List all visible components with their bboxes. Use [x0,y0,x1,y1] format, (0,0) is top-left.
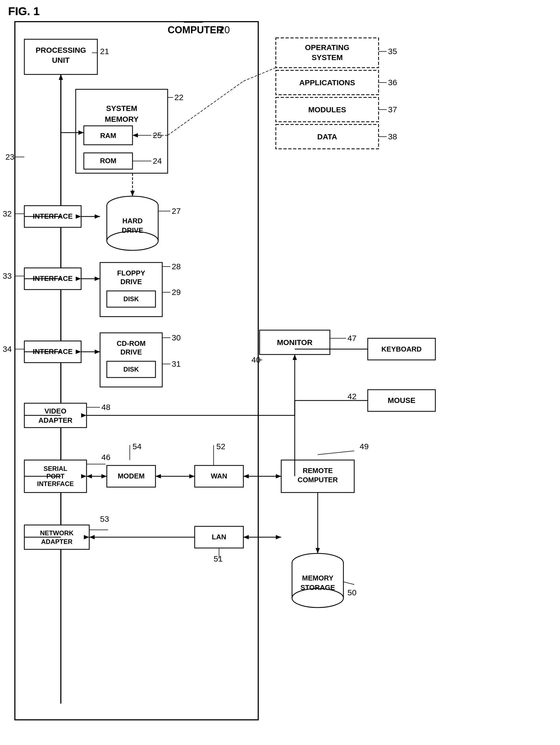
svg-text:APPLICATIONS: APPLICATIONS [299,78,355,87]
svg-rect-155 [24,525,89,549]
svg-rect-27 [276,38,379,68]
svg-text:VIDEO: VIDEO [45,407,67,415]
svg-text:29: 29 [172,288,181,297]
svg-text:SERIAL: SERIAL [43,465,67,472]
svg-marker-47 [133,133,138,137]
svg-text:UNIT: UNIT [52,56,69,64]
svg-marker-141 [189,474,195,479]
svg-rect-48 [24,206,81,227]
svg-text:46: 46 [101,453,110,462]
svg-rect-164 [195,526,243,548]
svg-rect-75 [100,262,162,317]
svg-marker-134 [101,474,107,479]
svg-text:42: 42 [347,392,356,401]
svg-point-176 [292,589,343,608]
svg-rect-36 [276,97,379,122]
svg-text:27: 27 [172,206,181,216]
svg-rect-80 [107,291,155,307]
svg-text:MOUSE: MOUSE [388,396,416,404]
svg-rect-67 [24,268,81,290]
svg-text:INTERFACE: INTERFACE [33,274,72,283]
svg-marker-55 [95,214,100,219]
svg-rect-57 [107,206,158,241]
svg-text:PORT: PORT [46,473,65,480]
svg-rect-136 [107,465,155,487]
svg-text:WAN: WAN [211,472,228,480]
svg-rect-116 [24,403,86,428]
svg-marker-142 [155,474,161,479]
svg-marker-135 [86,474,92,479]
svg-marker-89 [76,350,81,354]
svg-rect-125 [24,460,86,492]
svg-text:DRIVE: DRIVE [122,226,143,234]
svg-text:CD-ROM: CD-ROM [117,339,146,348]
svg-rect-92 [100,333,162,387]
svg-text:21: 21 [100,47,109,56]
svg-text:DRIVE: DRIVE [120,348,142,356]
svg-marker-8 [59,74,63,80]
svg-text:34: 34 [3,345,12,353]
svg-marker-148 [276,474,281,479]
svg-text:38: 38 [388,132,397,141]
svg-text:51: 51 [214,554,222,563]
svg-text:32: 32 [3,209,12,218]
svg-rect-0 [15,22,258,720]
computer-label: COMPUTER [168,24,223,36]
svg-text:31: 31 [172,359,181,368]
svg-text:24: 24 [153,156,162,165]
svg-marker-149 [243,474,249,479]
svg-text:SYSTEM: SYSTEM [312,53,343,62]
svg-text:54: 54 [133,442,141,451]
svg-text:REMOTE: REMOTE [303,466,332,475]
svg-rect-17 [84,126,133,145]
svg-text:48: 48 [101,403,110,412]
svg-text:MODEM: MODEM [118,472,145,480]
svg-text:RAM: RAM [100,131,116,140]
svg-text:47: 47 [347,334,356,343]
svg-text:25: 25 [153,131,162,140]
svg-marker-169 [276,535,281,539]
svg-text:33: 33 [3,271,12,280]
svg-marker-26 [78,130,84,135]
svg-text:FLOPPY: FLOPPY [117,269,145,277]
svg-marker-170 [243,535,249,539]
svg-text:INTERFACE: INTERFACE [33,212,72,220]
svg-text:23: 23 [5,152,14,161]
svg-rect-109 [368,338,435,360]
svg-text:MEMORY: MEMORY [105,115,139,123]
svg-rect-112 [368,390,435,411]
svg-text:COMPUTER: COMPUTER [298,476,338,484]
svg-text:22: 22 [174,93,183,102]
svg-text:50: 50 [347,588,356,597]
svg-rect-97 [107,361,155,378]
svg-text:40: 40 [251,355,260,364]
svg-marker-74 [95,277,100,281]
svg-text:MEMORY: MEMORY [302,574,334,582]
svg-text:INTERFACE: INTERFACE [37,480,74,487]
svg-text:NETWORK: NETWORK [40,529,74,537]
svg-text:PROCESSING: PROCESSING [36,46,86,55]
computer-ref: 20 [219,24,230,36]
svg-text:MODULES: MODULES [308,105,346,114]
svg-line-154 [318,451,354,455]
svg-text:35: 35 [388,47,397,56]
fig-title: FIG. 1 [8,5,40,18]
svg-text:HARD: HARD [122,217,142,225]
svg-text:STORAGE: STORAGE [301,583,335,591]
svg-text:53: 53 [100,514,109,523]
svg-rect-101 [259,330,330,355]
svg-text:SYSTEM: SYSTEM [106,104,137,112]
svg-text:52: 52 [216,442,225,451]
svg-rect-12 [76,89,168,173]
svg-marker-72 [76,277,81,281]
svg-text:INTERFACE: INTERFACE [33,348,72,356]
svg-line-45 [168,81,243,135]
svg-marker-53 [76,214,81,219]
svg-text:49: 49 [360,442,369,451]
svg-rect-32 [276,70,379,95]
diagram-svg: PROCESSING UNIT 21 23 SYSTEM MEMORY 22 R… [0,0,560,745]
svg-text:ADAPTER: ADAPTER [38,416,72,424]
svg-rect-143 [195,465,243,487]
svg-text:28: 28 [172,262,181,271]
svg-rect-84 [24,341,81,363]
